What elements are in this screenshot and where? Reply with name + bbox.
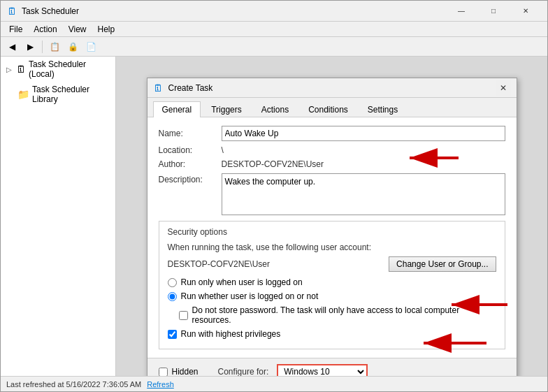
- status-bar: Last refreshed at 5/16/2022 7:36:05 AM R…: [1, 376, 547, 391]
- close-button[interactable]: ✕: [510, 1, 542, 22]
- radio-not-logged-on[interactable]: Run whether user is logged on or not: [168, 291, 496, 301]
- security-section: Security options When running the task, …: [159, 221, 505, 349]
- maximize-button[interactable]: □: [477, 1, 510, 22]
- hidden-row[interactable]: Hidden: [159, 367, 199, 376]
- user-account-row: DESKTOP-COFV2NE\User Change User or Grou…: [168, 256, 496, 272]
- expand-icon: ▷: [6, 66, 12, 73]
- menu-bar: File Action View Help: [1, 22, 547, 37]
- tab-conditions[interactable]: Conditions: [299, 101, 357, 117]
- author-row: Author: DESKTOP-COFV2NE\User: [159, 159, 505, 169]
- back-button[interactable]: ◀: [3, 39, 20, 55]
- content-area: ▷ 🗓 Task Scheduler (Local) 📁 Task Schedu…: [1, 57, 547, 376]
- properties-button[interactable]: 📋: [46, 39, 63, 55]
- radio-not-logged-on-label: Run whether user is logged on or not: [181, 291, 319, 301]
- dialog-title: Create Task: [168, 83, 496, 93]
- app-icon: 🗓: [6, 6, 17, 17]
- author-label: Author:: [159, 159, 222, 169]
- app-title: Task Scheduler: [22, 6, 445, 16]
- location-row: Location: \: [159, 145, 505, 155]
- dialog-close-button[interactable]: ✕: [496, 80, 511, 96]
- bottom-section: Hidden Configure for: Windows 10 Windows…: [147, 358, 517, 376]
- configure-select[interactable]: Windows 10 Windows 7 Windows Vista Windo…: [277, 364, 368, 376]
- refresh-link[interactable]: Refresh: [147, 380, 174, 389]
- sidebar: ▷ 🗓 Task Scheduler (Local) 📁 Task Schedu…: [1, 57, 116, 376]
- sidebar-item-local[interactable]: ▷ 🗓 Task Scheduler (Local): [1, 57, 115, 82]
- hidden-checkbox[interactable]: [159, 368, 168, 377]
- user-account-text: DESKTOP-COFV2NE\User: [168, 259, 384, 269]
- location-label: Location:: [159, 145, 222, 155]
- menu-action[interactable]: Action: [28, 23, 62, 36]
- dialog-title-bar: 🗓 Create Task ✕: [147, 78, 517, 98]
- tab-triggers[interactable]: Triggers: [202, 101, 251, 117]
- dialog-overlay: 🗓 Create Task ✕ General Triggers Actions…: [116, 57, 547, 376]
- description-row: Description: Wakes the computer up.: [159, 173, 505, 215]
- minimize-button[interactable]: —: [445, 1, 477, 22]
- title-bar: 🗓 Task Scheduler — □ ✕: [1, 1, 547, 22]
- window-controls: — □ ✕: [445, 1, 542, 22]
- dialog-content: Name: Location: \ Author: DESKTOP-COFV2N…: [147, 117, 517, 358]
- tab-settings[interactable]: Settings: [359, 101, 407, 117]
- tab-actions[interactable]: Actions: [252, 101, 298, 117]
- menu-file[interactable]: File: [3, 23, 28, 36]
- name-label: Name:: [159, 129, 222, 138]
- scheduler-icon: 🗓: [16, 64, 26, 75]
- description-input[interactable]: Wakes the computer up.: [222, 173, 505, 215]
- dialog-icon: 🗓: [153, 82, 164, 94]
- tab-general[interactable]: General: [153, 101, 201, 117]
- toolbar-separator: [42, 41, 43, 53]
- change-user-button[interactable]: Change User or Group...: [389, 256, 496, 272]
- create-task-dialog: 🗓 Create Task ✕ General Triggers Actions…: [147, 78, 517, 376]
- menu-help[interactable]: Help: [92, 23, 121, 36]
- last-refreshed-text: Last refreshed at 5/16/2022 7:36:05 AM: [6, 380, 141, 389]
- menu-view[interactable]: View: [63, 23, 92, 36]
- radio-logged-on-label: Run only when user is logged on: [181, 277, 303, 287]
- description-label: Description:: [159, 173, 222, 184]
- sidebar-item-library[interactable]: 📁 Task Scheduler Library: [1, 82, 115, 107]
- run-highest-row[interactable]: Run with highest privileges: [168, 329, 496, 339]
- security-button[interactable]: 🔒: [64, 39, 81, 55]
- sidebar-item-label: Task Scheduler (Local): [29, 59, 110, 79]
- security-title: Security options: [168, 227, 496, 237]
- radio-logged-on-input[interactable]: [168, 278, 177, 287]
- forward-button[interactable]: ▶: [22, 39, 38, 55]
- sidebar-library-label: Task Scheduler Library: [32, 85, 110, 104]
- toolbar: ◀ ▶ 📋 🔒 📄: [1, 37, 547, 57]
- name-input[interactable]: [222, 126, 505, 141]
- main-panel: 🗓 Create Task ✕ General Triggers Actions…: [116, 57, 547, 376]
- hidden-label: Hidden: [172, 367, 199, 376]
- name-row: Name:: [159, 126, 505, 141]
- location-value: \: [222, 145, 224, 155]
- radio-not-logged-on-input[interactable]: [168, 292, 177, 301]
- run-highest-label: Run with highest privileges: [181, 329, 281, 339]
- log-button[interactable]: 📄: [82, 39, 99, 55]
- radio-logged-on[interactable]: Run only when user is logged on: [168, 277, 496, 287]
- run-highest-checkbox[interactable]: [168, 330, 177, 339]
- security-subtitle: When running the task, use the following…: [168, 242, 496, 252]
- main-window: 🗓 Task Scheduler — □ ✕ File Action View …: [0, 0, 548, 392]
- folder-icon: 📁: [17, 89, 29, 100]
- author-value: DESKTOP-COFV2NE\User: [222, 159, 324, 169]
- do-not-store-row[interactable]: Do not store password. The task will onl…: [168, 305, 496, 325]
- tab-bar: General Triggers Actions Conditions Sett…: [147, 98, 517, 117]
- do-not-store-label: Do not store password. The task will onl…: [192, 305, 496, 325]
- configure-label: Configure for:: [218, 367, 269, 376]
- do-not-store-checkbox[interactable]: [179, 311, 188, 320]
